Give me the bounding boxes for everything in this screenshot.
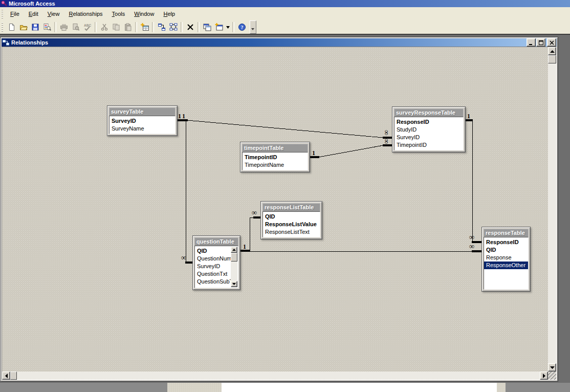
table-timepointTable[interactable]: timepointTable TimepointID TimepointName <box>240 142 310 172</box>
field-list: QID ResponseListValue ResponseListText <box>262 211 320 237</box>
scroll-up-button[interactable] <box>548 47 556 55</box>
field[interactable]: Response <box>484 254 528 262</box>
relationships-title-bar[interactable]: Relationships <box>2 38 557 47</box>
show-direct-relationships-button[interactable] <box>156 21 167 33</box>
save-icon <box>31 23 39 31</box>
show-all-relationships-button[interactable] <box>167 21 179 33</box>
microsoft-access-window: Microsoft Access FileEditViewRelationshi… <box>0 0 570 392</box>
toolbar-separator <box>232 22 234 32</box>
table-title[interactable]: surveyResponseTable <box>394 108 464 117</box>
table-surveyResponseTable[interactable]: surveyResponseTable ResponseID StudyID S… <box>392 106 466 153</box>
relationships-window: Relationships <box>0 37 558 382</box>
field-list: SurveyID SurveyName <box>109 116 176 134</box>
field[interactable]: StudyID <box>394 126 463 134</box>
maximize-button[interactable] <box>536 38 545 47</box>
table-title[interactable]: timepointTable <box>242 144 308 152</box>
mdi-background: Relationships <box>0 34 570 383</box>
copy-button <box>110 21 122 33</box>
new-object-button[interactable] <box>213 21 225 33</box>
menu-item-view[interactable]: View <box>43 9 64 18</box>
field-selected[interactable]: ResponseOther <box>484 262 528 269</box>
field[interactable]: TimepointID <box>394 141 463 149</box>
cardinality-many: ∞ <box>181 255 186 261</box>
field[interactable]: QID <box>484 246 528 254</box>
svg-text:ABC: ABC <box>84 24 91 27</box>
save-button[interactable] <box>29 21 41 33</box>
scrollbar-thumb[interactable] <box>548 55 556 63</box>
new-object-autoform-button[interactable] <box>201 21 213 33</box>
field[interactable]: SurveyID <box>394 134 463 141</box>
scroll-down-button[interactable] <box>231 281 237 287</box>
clear-layout-button[interactable] <box>184 21 196 33</box>
menu-grip[interactable] <box>2 9 3 18</box>
cardinality-many: ∞ <box>469 244 474 250</box>
menu-item-edit[interactable]: Edit <box>24 9 43 18</box>
cardinality-many: ∞ <box>383 139 389 144</box>
toolbar-separator <box>181 22 183 32</box>
print-preview-icon <box>72 23 80 31</box>
scroll-left-button[interactable] <box>2 372 10 380</box>
toolbar: ABC <box>0 20 570 34</box>
field[interactable]: ResponseListValue <box>263 221 320 228</box>
arrow-up-icon <box>550 50 555 53</box>
bottom-strip <box>0 383 167 392</box>
show-all-relationships-icon <box>169 23 178 31</box>
field[interactable]: ResponseID <box>394 118 463 126</box>
menu-bar: FileEditViewRelationshipsToolsWindowHelp <box>0 7 570 20</box>
field[interactable]: SurveyID <box>109 117 175 125</box>
field-list: QID QuestionNum SurveyID QuestionTxt Que… <box>194 246 238 288</box>
cardinality-many: ∞ <box>469 234 474 241</box>
table-title[interactable]: questionTable <box>194 237 238 246</box>
field[interactable]: SurveyName <box>109 125 175 133</box>
minimize-button[interactable] <box>527 38 536 47</box>
table-title[interactable]: responseListTable <box>262 203 320 211</box>
toolbar-separator <box>152 22 154 32</box>
new-document-icon <box>8 23 16 31</box>
table-title[interactable]: surveyTable <box>109 107 176 116</box>
menu-item-help[interactable]: Help <box>159 9 180 18</box>
open-button[interactable] <box>17 21 29 33</box>
show-direct-relationships-icon <box>158 23 166 31</box>
cardinality-one: 1 <box>467 113 470 119</box>
scroll-down-button[interactable] <box>548 363 556 372</box>
table-questionTable[interactable]: questionTable QID QuestionNum SurveyID Q… <box>192 235 240 290</box>
help-button[interactable]: ? <box>236 21 248 33</box>
toolbar-options-button[interactable] <box>250 20 256 34</box>
close-button[interactable] <box>547 38 556 47</box>
toolbar-separator <box>95 22 97 32</box>
menu-item-window[interactable]: Window <box>129 9 159 18</box>
table-surveyTable[interactable]: surveyTable SurveyID SurveyName <box>107 105 178 136</box>
table-responseListTable[interactable]: responseListTable QID ResponseListValue … <box>260 201 322 239</box>
menu-item-tools[interactable]: Tools <box>107 9 130 18</box>
relationships-window-icon <box>3 40 9 46</box>
resize-grip[interactable] <box>548 372 556 380</box>
new-object-dropdown[interactable] <box>225 21 231 33</box>
vertical-scrollbar[interactable] <box>548 47 556 372</box>
table-title[interactable]: responseTable <box>484 229 529 237</box>
arrow-down-icon <box>550 366 555 369</box>
table-responseTable[interactable]: responseTable ResponseID QID Response Re… <box>481 227 531 292</box>
scrollbar-thumb[interactable] <box>231 253 237 262</box>
field[interactable]: ResponseListText <box>263 228 320 236</box>
relationships-canvas[interactable]: surveyTable SurveyID SurveyName timepoin… <box>2 47 557 380</box>
new-document-button[interactable] <box>6 21 17 33</box>
field[interactable]: TimepointName <box>243 161 308 169</box>
paste-button <box>122 21 134 33</box>
show-table-button[interactable] <box>139 21 150 33</box>
menu-item-relationships[interactable]: Relationships <box>64 9 107 18</box>
field[interactable]: TimepointID <box>243 154 308 161</box>
horizontal-scrollbar[interactable] <box>2 372 548 380</box>
scrollbar-thumb[interactable] <box>10 372 17 380</box>
field[interactable]: ResponseID <box>484 238 528 246</box>
app-title-bar: Microsoft Access <box>0 0 570 7</box>
field[interactable]: QID <box>263 213 320 221</box>
scroll-right-button[interactable] <box>540 372 548 380</box>
field-list-scrollbar[interactable] <box>231 247 237 287</box>
window-controls <box>526 38 557 47</box>
file-search-button[interactable] <box>41 21 53 33</box>
scroll-up-button[interactable] <box>231 247 237 253</box>
cardinality-one: 1 <box>182 113 185 119</box>
toolbar-grip[interactable] <box>2 23 3 32</box>
arrow-right-icon <box>543 374 545 378</box>
menu-item-file[interactable]: File <box>6 9 24 18</box>
